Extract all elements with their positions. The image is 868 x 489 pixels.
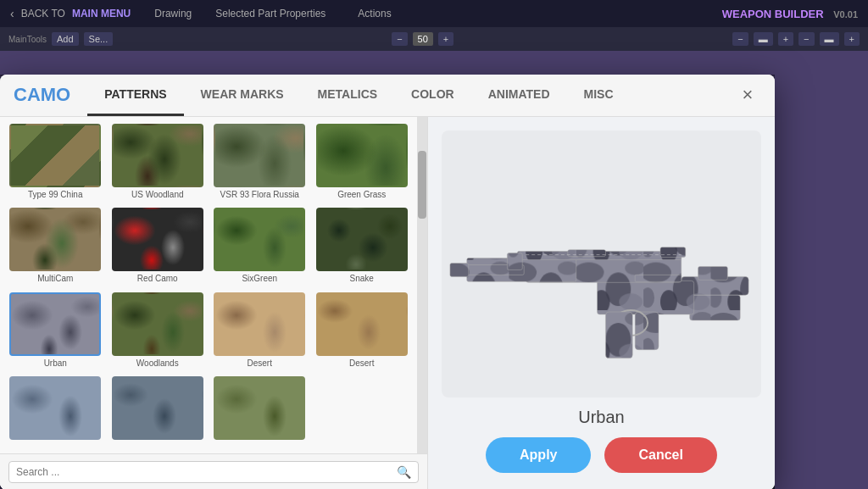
pattern-thumb-greengrass: [316, 124, 408, 187]
pattern-label-desert1: Desert: [248, 358, 272, 368]
pattern-item-multicam[interactable]: MultiCam: [7, 208, 104, 287]
close-button[interactable]: ×: [734, 81, 761, 108]
pattern-thumb-grey2: [112, 376, 203, 440]
drawing-controls: − 50 +: [392, 32, 453, 46]
pattern-thumb-uswoodland: [112, 124, 203, 187]
pattern-item-vsr93[interactable]: VSR 93 Flora Russia: [211, 124, 309, 203]
search-bar: 🔍: [0, 453, 427, 490]
camo-modal: CAMO PATTERNSWEAR MARKSMETALICSCOLORANIM…: [0, 75, 775, 490]
apply-button[interactable]: Apply: [486, 437, 591, 473]
top-bar-left: ‹ BACK TO MAIN MENU Drawing Selected Par…: [10, 7, 417, 20]
patterns-scroll: Type 99 ChinaUS WoodlandVSR 93 Flora Rus…: [0, 117, 427, 453]
pattern-item-grey2[interactable]: [109, 376, 207, 447]
pattern-label-sixgreen: SixGreen: [242, 274, 277, 283]
modal-overlay: CAMO PATTERNSWEAR MARKSMETALICSCOLORANIM…: [0, 75, 775, 489]
pattern-label-redcamo: Red Camo: [137, 274, 178, 283]
tab-color[interactable]: COLOR: [394, 75, 471, 116]
pattern-item-olive[interactable]: [211, 376, 309, 447]
properties-controls: − ▬ + − ▬ +: [732, 32, 860, 46]
select-button[interactable]: Se...: [84, 32, 114, 46]
preview-label: Urban: [578, 408, 624, 427]
pattern-item-woodlands[interactable]: Woodlands: [109, 292, 207, 372]
version-label: V0.01: [833, 9, 858, 19]
props-minus-btn[interactable]: −: [732, 32, 748, 46]
scrollbar-thumb[interactable]: [418, 151, 426, 219]
drawing-label: Drawing: [154, 8, 192, 19]
modal-title: CAMO: [14, 84, 70, 106]
modal-header: CAMO PATTERNSWEAR MARKSMETALICSCOLORANIM…: [0, 75, 775, 117]
tab-misc[interactable]: MISC: [567, 75, 631, 116]
pattern-thumb-grey1: [9, 376, 101, 440]
main-area: Shaded Recta...M4 Bolt #1Buffer TubeM4/M…: [0, 75, 775, 489]
pattern-item-sixgreen[interactable]: SixGreen: [211, 208, 309, 287]
back-arrow-icon[interactable]: ‹: [10, 7, 14, 20]
main-tools-label: MainTools: [8, 35, 47, 44]
pattern-thumb-vsr93: [214, 124, 305, 187]
pattern-item-type99[interactable]: Type 99 China: [7, 124, 104, 203]
pattern-label-woodlands: Woodlands: [136, 358, 179, 368]
patterns-grid: Type 99 ChinaUS WoodlandVSR 93 Flora Rus…: [0, 117, 417, 453]
svg-rect-8: [690, 295, 741, 320]
tab-patterns[interactable]: PATTERNS: [87, 75, 183, 116]
svg-rect-17: [660, 247, 686, 257]
modal-tabs: PATTERNSWEAR MARKSMETALICSCOLORANIMATEDM…: [87, 75, 734, 116]
pattern-label-urban: Urban: [44, 358, 67, 368]
pattern-label-vsr93: VSR 93 Flora Russia: [220, 190, 299, 199]
patterns-panel: Type 99 ChinaUS WoodlandVSR 93 Flora Rus…: [0, 117, 428, 490]
modal-body: Type 99 ChinaUS WoodlandVSR 93 Flora Rus…: [0, 117, 775, 490]
pattern-thumb-woodlands: [112, 292, 203, 356]
weapon-preview: [442, 131, 761, 397]
pattern-item-urban[interactable]: Urban: [7, 292, 104, 372]
props-btn2[interactable]: ▬: [820, 32, 839, 46]
pattern-item-snake[interactable]: Snake: [314, 208, 411, 287]
drawing-plus-btn[interactable]: +: [438, 32, 453, 46]
pattern-item-desert1[interactable]: Desert: [211, 292, 309, 372]
pattern-label-greengrass: Green Grass: [337, 190, 386, 199]
pattern-thumb-multicam: [9, 208, 101, 271]
pattern-item-desert2[interactable]: Desert: [314, 292, 411, 372]
pattern-thumb-urban: [9, 292, 101, 356]
main-menu-link[interactable]: MAIN MENU: [72, 8, 131, 19]
tab-metalics[interactable]: METALICS: [301, 75, 395, 116]
top-bar-right: WEAPON BUILDER V0.01: [722, 8, 858, 20]
main-tools-section: MainTools Add Se...: [8, 32, 113, 46]
drawing-value: 50: [413, 32, 433, 46]
weapon-svg: [442, 131, 761, 397]
svg-rect-23: [698, 266, 728, 280]
svg-rect-9: [598, 281, 694, 314]
props-plus-btn[interactable]: +: [778, 32, 793, 46]
props-minus2-btn[interactable]: −: [798, 32, 814, 46]
svg-rect-20: [568, 249, 606, 256]
pattern-label-type99: Type 99 China: [28, 190, 83, 199]
scrollbar[interactable]: [417, 117, 427, 453]
back-to-label: BACK TO: [21, 8, 65, 19]
modal-actions: Apply Cancel: [486, 437, 717, 476]
pattern-thumb-desert1: [214, 292, 305, 356]
cancel-button[interactable]: Cancel: [604, 437, 716, 473]
pattern-thumb-desert2: [316, 292, 408, 356]
pattern-item-greengrass[interactable]: Green Grass: [314, 124, 411, 203]
selected-part-label: Selected Part Properties: [215, 8, 326, 19]
tab-wear-marks[interactable]: WEAR MARKS: [184, 75, 301, 116]
pattern-item-uswoodland[interactable]: US Woodland: [109, 124, 207, 203]
tab-animated[interactable]: ANIMATED: [471, 75, 567, 116]
pattern-item-redcamo[interactable]: Red Camo: [109, 208, 207, 287]
pattern-thumb-sixgreen: [214, 208, 305, 271]
actions-label: Actions: [358, 8, 391, 19]
drawing-minus-btn[interactable]: −: [392, 32, 407, 46]
svg-rect-18: [605, 312, 632, 358]
search-input[interactable]: [16, 466, 397, 478]
pattern-label-snake: Snake: [350, 274, 374, 283]
drawing-section: Drawing: [154, 8, 192, 19]
props-plus2-btn[interactable]: +: [844, 32, 860, 46]
pattern-thumb-snake: [316, 208, 408, 271]
pattern-thumb-redcamo: [112, 208, 203, 271]
app-title: WEAPON BUILDER: [722, 8, 824, 20]
svg-rect-22: [507, 253, 522, 270]
add-button[interactable]: Add: [52, 32, 79, 46]
props-btn1[interactable]: ▬: [754, 32, 773, 46]
pattern-item-grey1[interactable]: [7, 376, 104, 447]
pattern-thumb-type99: [9, 124, 101, 187]
search-button[interactable]: 🔍: [397, 465, 411, 479]
svg-rect-19: [635, 275, 682, 281]
